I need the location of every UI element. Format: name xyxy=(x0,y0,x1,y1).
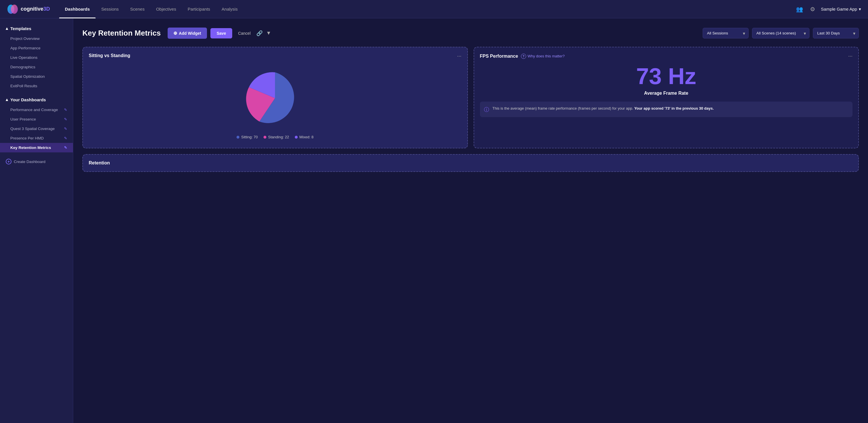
pie-chart-container: Sitting: 70 Standing: 22 Mixed: 8 xyxy=(89,64,462,142)
add-widget-button[interactable]: ⊕ Add Widget xyxy=(167,28,207,39)
fps-title-row: FPS Performance ? Why does this matter? xyxy=(480,54,565,59)
days-filter[interactable]: Last 30 Days xyxy=(813,28,859,38)
people-icon-button[interactable]: 👥 xyxy=(795,5,804,14)
why-matter-label: Why does this matter? xyxy=(528,54,565,58)
fps-info-row: ⓘ This is the average (mean) frame rate … xyxy=(480,102,853,117)
filter-icon: ▼ xyxy=(266,30,271,36)
pie-chart xyxy=(243,67,307,130)
sitting-vs-standing-widget: Sitting vs Standing ··· xyxy=(82,47,468,149)
settings-button[interactable]: ⚙ xyxy=(809,5,816,14)
main-content: Key Retention Metrics ⊕ Add Widget Save … xyxy=(73,19,868,423)
dashboard-toolbar: Key Retention Metrics ⊕ Add Widget Save … xyxy=(82,28,859,39)
edit-icon-presence-hmd: ✎ xyxy=(64,136,67,140)
fps-widget-header: FPS Performance ? Why does this matter? … xyxy=(480,53,853,59)
logo[interactable]: cognitive3D xyxy=(7,3,50,15)
app-selector[interactable]: Sample Game App ▾ xyxy=(821,7,861,12)
widget-grid: Sitting vs Standing ··· xyxy=(82,47,859,149)
cancel-button[interactable]: Cancel xyxy=(236,28,253,38)
legend-label-standing: Standing: 22 xyxy=(268,135,289,139)
widget-header-sitting: Sitting vs Standing ··· xyxy=(89,53,462,59)
sidebar-item-live-operations[interactable]: Live Operations xyxy=(0,53,73,62)
save-button[interactable]: Save xyxy=(210,28,232,38)
nav-participants[interactable]: Participants xyxy=(182,0,216,19)
nav-scenes[interactable]: Scenes xyxy=(125,0,150,19)
sidebar-item-key-retention[interactable]: Key Retention Metrics ✎ xyxy=(0,143,73,152)
sidebar-item-presence-per-hmd[interactable]: Presence Per HMD ✎ xyxy=(0,133,73,143)
top-navigation: cognitive3D Dashboards Sessions Scenes O… xyxy=(0,0,868,19)
edit-icon-quest-spatial: ✎ xyxy=(64,127,67,131)
create-dashboard-label: Create Dashboard xyxy=(14,160,45,164)
sidebar-item-exitpoll-results[interactable]: ExitPoll Results xyxy=(0,81,73,91)
gear-icon: ⚙ xyxy=(810,6,815,12)
create-plus-icon: + xyxy=(6,159,11,164)
page-layout: ▴ Templates Project Overview App Perform… xyxy=(0,19,868,423)
pie-legend: Sitting: 70 Standing: 22 Mixed: 8 xyxy=(237,135,313,139)
legend-standing: Standing: 22 xyxy=(264,135,289,139)
days-filter-wrap: Last 30 Days xyxy=(813,28,859,38)
svg-point-1 xyxy=(11,5,18,14)
sitting-widget-title: Sitting vs Standing xyxy=(89,53,130,58)
legend-dot-standing xyxy=(264,136,267,139)
sidebar-item-app-performance[interactable]: App Performance xyxy=(0,43,73,53)
legend-dot-sitting xyxy=(237,136,239,139)
legend-mixed: Mixed: 8 xyxy=(295,135,313,139)
sidebar-item-demographics[interactable]: Demographics xyxy=(0,62,73,72)
edit-icon-user-presence: ✎ xyxy=(64,117,67,121)
fps-widget-title: FPS Performance xyxy=(480,54,518,59)
templates-section-header[interactable]: ▴ Templates xyxy=(0,23,73,34)
retention-widget: Retention xyxy=(82,154,859,172)
sidebar: ▴ Templates Project Overview App Perform… xyxy=(0,19,73,423)
nav-sessions[interactable]: Sessions xyxy=(96,0,125,19)
nav-links: Dashboards Sessions Scenes Objectives Pa… xyxy=(59,0,795,19)
sessions-filter[interactable]: All Sessions xyxy=(703,28,749,38)
scenes-filter-wrap: All Scenes (14 scenes) xyxy=(752,28,809,38)
chevron-down-icon: ▾ xyxy=(859,7,861,12)
sidebar-item-project-overview[interactable]: Project Overview xyxy=(0,34,73,43)
link-button[interactable]: 🔗 xyxy=(256,30,262,36)
legend-dot-mixed xyxy=(295,136,298,139)
plus-circle-icon: ⊕ xyxy=(174,30,177,36)
chevron-up-icon: ▴ xyxy=(6,26,8,31)
edit-icon-key-retention: ✎ xyxy=(64,145,67,150)
why-does-this-matter-button[interactable]: ? Why does this matter? xyxy=(521,54,565,59)
nav-analysis[interactable]: Analysis xyxy=(216,0,243,19)
info-circle-icon: ⓘ xyxy=(484,106,489,113)
widget-menu-button-fps[interactable]: ··· xyxy=(848,53,852,59)
chevron-down-icon-2: ▴ xyxy=(6,97,8,102)
widget-menu-button-sitting[interactable]: ··· xyxy=(457,53,461,59)
sessions-filter-wrap: All Sessions xyxy=(703,28,749,38)
sidebar-item-performance-coverage[interactable]: Performance and Coverage ✎ xyxy=(0,105,73,115)
filter-button[interactable]: ▼ xyxy=(266,30,271,36)
sidebar-item-user-presence[interactable]: User Presence ✎ xyxy=(0,115,73,124)
logo-icon xyxy=(7,3,19,15)
nav-objectives[interactable]: Objectives xyxy=(150,0,182,19)
nav-right-actions: 👥 ⚙ Sample Game App ▾ xyxy=(795,5,861,14)
fps-performance-widget: FPS Performance ? Why does this matter? … xyxy=(474,47,859,149)
fps-info-text: This is the average (mean) frame rate pe… xyxy=(493,106,714,111)
sidebar-item-spatial-optimization[interactable]: Spatial Optimization xyxy=(0,72,73,81)
page-title: Key Retention Metrics xyxy=(82,29,161,38)
legend-sitting: Sitting: 70 xyxy=(237,135,258,139)
people-icon: 👥 xyxy=(796,6,803,12)
your-dashboards-label: Your Dashboards xyxy=(10,97,46,102)
your-dashboards-section-header[interactable]: ▴ Your Dashboards xyxy=(0,94,73,105)
create-dashboard-button[interactable]: + Create Dashboard xyxy=(0,156,73,167)
question-circle-icon: ? xyxy=(521,54,526,59)
edit-icon-performance: ✎ xyxy=(64,108,67,112)
app-name: Sample Game App xyxy=(821,7,857,11)
logo-text: cognitive3D xyxy=(21,6,50,12)
fps-subtitle: Average Frame Rate xyxy=(480,91,853,96)
legend-label-mixed: Mixed: 8 xyxy=(299,135,313,139)
link-icon: 🔗 xyxy=(256,30,262,36)
templates-label: Templates xyxy=(10,26,31,31)
retention-title: Retention xyxy=(89,160,110,165)
scenes-filter[interactable]: All Scenes (14 scenes) xyxy=(752,28,809,38)
fps-value: 73 Hz xyxy=(480,65,853,88)
nav-dashboards[interactable]: Dashboards xyxy=(59,0,96,19)
fps-info-bold: Your app scored '73' in the previous 30 … xyxy=(634,106,714,110)
legend-label-sitting: Sitting: 70 xyxy=(241,135,258,139)
sidebar-item-quest-spatial[interactable]: Quest 3 Spatial Coverage ✎ xyxy=(0,124,73,133)
